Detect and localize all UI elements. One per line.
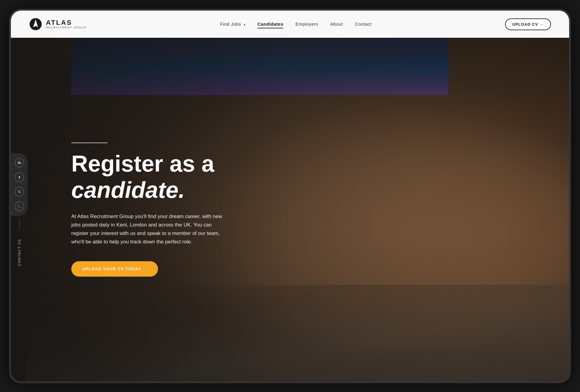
nav-link-employers[interactable]: Employers [295, 21, 318, 27]
twitter-icon[interactable]: 𝕏 [14, 187, 24, 197]
dropdown-arrow-icon: ▾ [244, 23, 246, 26]
hero-title-line2: candidate. [71, 177, 185, 203]
logo-name-sub: RECRUITMENT GROUP [46, 26, 87, 29]
phone-icon[interactable]: 📞 [14, 201, 24, 211]
contact-us-label[interactable]: CONTACT US [18, 239, 21, 266]
nav-item-candidates[interactable]: Candidates [257, 21, 283, 27]
logo-icon [29, 18, 42, 31]
nav-link-find-jobs[interactable]: Find Jobs ▾ [220, 21, 245, 27]
hero-title-line1: Register as a [71, 151, 214, 176]
sidebar-social: in f 𝕏 📞 CONTACT US [11, 153, 28, 266]
nav-link-about[interactable]: About [330, 21, 343, 27]
navbar: ATLAS RECRUITMENT GROUP Find Jobs ▾ Cand… [11, 11, 569, 38]
linkedin-icon[interactable]: in [14, 158, 24, 168]
logo-text: ATLAS RECRUITMENT GROUP [46, 19, 87, 29]
nav-item-contact[interactable]: Contact [355, 21, 372, 27]
hero-title: Register as a candidate. [71, 150, 240, 203]
social-bar: in f 𝕏 📞 [11, 153, 28, 216]
hero-cta-button[interactable]: UPLOAD YOUR CV TODAY → [71, 261, 158, 277]
nav-item-employers[interactable]: Employers [295, 21, 318, 27]
logo-name-main: ATLAS [46, 19, 87, 26]
nav-item-about[interactable]: About [330, 21, 343, 27]
nav-item-find-jobs[interactable]: Find Jobs ▾ [220, 21, 245, 27]
upload-cv-button[interactable]: UPLOAD CV → [505, 18, 551, 30]
hero-description: At Atlas Recruitment Group you'll find y… [71, 212, 228, 246]
nav-link-contact[interactable]: Contact [355, 21, 372, 27]
nav-link-candidates[interactable]: Candidates [257, 21, 283, 27]
device-frame: ATLAS RECRUITMENT GROUP Find Jobs ▾ Cand… [9, 9, 571, 383]
sidebar-divider [19, 218, 20, 230]
hero-decorative-line [71, 143, 108, 143]
facebook-icon[interactable]: f [14, 172, 24, 182]
page-wrapper: ATLAS RECRUITMENT GROUP Find Jobs ▾ Cand… [11, 11, 569, 381]
nav-links: Find Jobs ▾ Candidates Employers [220, 21, 372, 27]
hero-section: in f 𝕏 📞 CONTACT US Register [11, 38, 569, 381]
logo[interactable]: ATLAS RECRUITMENT GROUP [29, 18, 87, 31]
